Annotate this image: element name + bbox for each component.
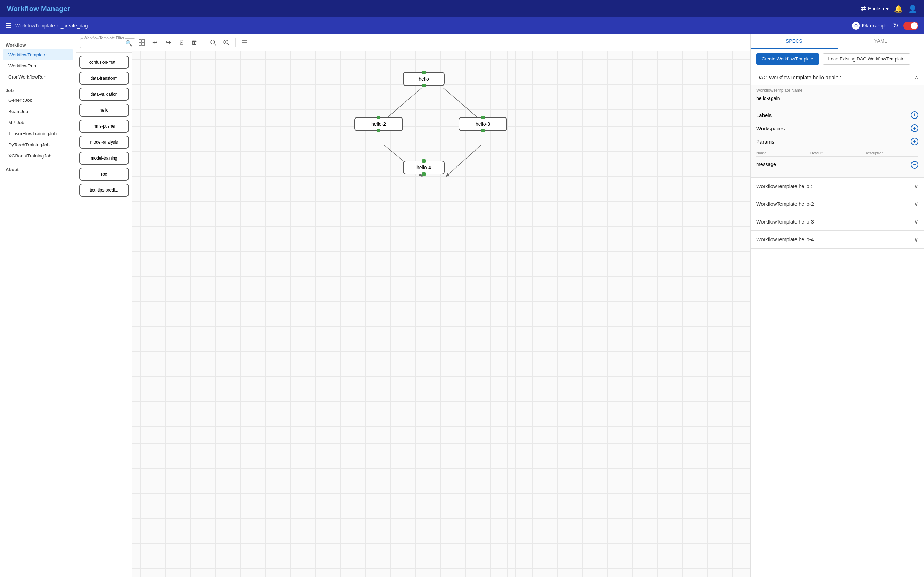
template-item-hello[interactable]: hello [79,103,129,117]
hamburger-menu-icon[interactable]: ☰ [6,21,12,30]
chevron-up-icon: ∧ [914,74,918,80]
params-title: Params [756,139,774,145]
center-panel: WorkflowTemplate Filter 🔍 confusion-mat.… [76,34,750,577]
sidebar-item-workflowrun[interactable]: WorkflowRun [3,60,73,71]
template-item-roc[interactable]: roc [79,168,129,181]
accordion-hello-3-title: WorkflowTemplate hello-3 : [756,219,817,224]
accordion-hello-2[interactable]: WorkflowTemplate hello-2 : ∨ [750,195,924,213]
sidebar-item-workflowtemplate[interactable]: WorkflowTemplate [3,49,73,60]
params-table: Name Default Description − [756,148,918,172]
workspace-badge[interactable]: ⬡ t9k-example [852,22,888,29]
sidebar-section-workflow: Workflow [0,40,76,49]
template-item-model-training[interactable]: model-training [79,152,129,165]
params-row-1: − [756,159,918,170]
svg-line-14 [384,88,422,121]
tab-specs[interactable]: SPECS [750,34,837,49]
params-col-description: Description [864,151,915,155]
breadcrumb-create-dag: _create_dag [61,23,88,29]
sidebar-section-job: Job [0,85,76,95]
filter-input[interactable] [84,41,125,46]
template-item-data-transform[interactable]: data-transform [79,72,129,85]
sidebar-item-mpijob[interactable]: MPIJob [3,117,73,128]
toolbar-separator-1 [204,38,204,47]
layout-button[interactable] [239,37,250,48]
dag-canvas[interactable]: hello hello-2 [132,51,750,577]
secondary-nav: ☰ WorkflowTemplate › _create_dag ⬡ t9k-e… [0,18,924,34]
nav-right: ⬡ t9k-example ↻ [852,21,918,30]
header-right: ⇄ English ▾ 🔔 👤 [861,5,917,13]
svg-rect-1 [142,40,145,42]
sidebar-section-about: About [0,164,76,174]
dag-area: ↩ ↪ ⎘ 🗑 [132,34,750,577]
params-add-button[interactable]: + [911,138,918,145]
redo-button[interactable]: ↪ [162,37,174,48]
sidebar-item-xgboosttrainingjob[interactable]: XGBoostTrainingJob [3,150,73,161]
labels-title: Labels [756,112,771,118]
accordion-dag-body: WorkflowTemplate Name Labels + Workspace… [750,85,924,177]
accordion-hello[interactable]: WorkflowTemplate hello : ∨ [750,177,924,195]
zoom-out-button[interactable] [207,37,219,48]
tab-yaml[interactable]: YAML [837,34,924,49]
template-item-taxi[interactable]: taxi-tips-predi... [79,184,129,197]
workspaces-title: Workspaces [756,126,785,131]
accordion-hello-4[interactable]: WorkflowTemplate hello-4 : ∨ [750,231,924,248]
workspaces-add-button[interactable]: + [911,124,918,132]
zoom-in-button[interactable] [220,37,232,48]
params-description-input[interactable] [860,160,907,169]
breadcrumb-workflowtemplate[interactable]: WorkflowTemplate [15,23,55,29]
accordion-hello-3[interactable]: WorkflowTemplate hello-3 : ∨ [750,213,924,231]
panel-tabs: SPECS YAML [750,34,924,49]
chevron-down-icon-hello: ∨ [914,182,918,190]
svg-rect-3 [142,43,145,45]
toggle-knob [911,22,918,29]
copy-button[interactable]: ⎘ [176,37,187,48]
dag-node-hello[interactable]: hello [403,72,445,86]
workspaces-section-row: Workspaces + [756,122,918,135]
toolbar: ↩ ↪ ⎘ 🗑 [132,34,750,51]
select-tool-button[interactable] [136,37,147,48]
template-item-model-analysis[interactable]: model-analysis [79,135,129,149]
dag-node-hello-2[interactable]: hello-2 [354,117,403,131]
create-workflowtemplate-button[interactable]: Create WorkflowTemplate [756,53,819,64]
toggle-switch[interactable] [903,21,918,30]
sidebar-item-beamjob[interactable]: BeamJob [3,106,73,117]
sidebar-item-pytorchtrainingjob[interactable]: PyTorchTrainingJob [3,139,73,150]
load-existing-dag-button[interactable]: Load Existing DAG WorkflowTemplate [823,53,910,64]
dag-node-hello-3[interactable]: hello-3 [458,117,507,131]
accordion-hello-title: WorkflowTemplate hello : [756,184,812,189]
params-remove-button[interactable]: − [911,161,918,169]
labels-add-button[interactable]: + [911,111,918,119]
filter-box: WorkflowTemplate Filter 🔍 [80,38,135,48]
delete-button[interactable]: 🗑 [189,37,200,48]
svg-line-17 [447,145,481,176]
workspace-icon: ⬡ [852,22,860,29]
accordion-dag-header[interactable]: DAG WorkflowTemplate hello-again : ∧ [750,69,924,85]
sidebar-item-cronworkflowrun[interactable]: CronWorkflowRun [3,72,73,82]
filter-area: WorkflowTemplate Filter 🔍 [76,34,132,53]
filter-label: WorkflowTemplate Filter [83,36,125,40]
template-item-mms-pusher[interactable]: mms-pusher [79,119,129,133]
dag-node-hello-4[interactable]: hello-4 [403,161,445,174]
breadcrumb-separator: › [57,23,59,29]
right-panel: SPECS YAML Create WorkflowTemplate Load … [750,34,924,577]
panel-content: DAG WorkflowTemplate hello-again : ∧ Wor… [750,69,924,577]
user-avatar-icon[interactable]: 👤 [908,5,917,13]
notification-bell-icon[interactable]: 🔔 [894,5,903,13]
sidebar-item-tensorflowtrainingjob[interactable]: TensorFlowTrainingJob [3,128,73,139]
name-field-input[interactable] [756,94,918,103]
undo-button[interactable]: ↩ [149,37,161,48]
params-name-input[interactable] [756,160,804,169]
sidebar: Workflow WorkflowTemplate WorkflowRun Cr… [0,34,76,577]
refresh-icon[interactable]: ↻ [893,22,898,29]
accordion-hello-4-title: WorkflowTemplate hello-4 : [756,237,817,242]
toolbar-separator-2 [235,38,236,47]
language-selector[interactable]: ⇄ English ▾ [861,5,889,13]
params-table-header: Name Default Description [756,150,918,157]
sidebar-item-genericjob[interactable]: GenericJob [3,95,73,106]
template-item-confusion[interactable]: confusion-mat... [79,56,129,69]
params-default-input[interactable] [808,160,856,169]
template-item-data-validation[interactable]: data-validation [79,88,129,101]
svg-rect-0 [139,40,141,42]
accordion-dag-title: DAG WorkflowTemplate hello-again : [756,74,841,80]
search-icon[interactable]: 🔍 [125,40,132,47]
